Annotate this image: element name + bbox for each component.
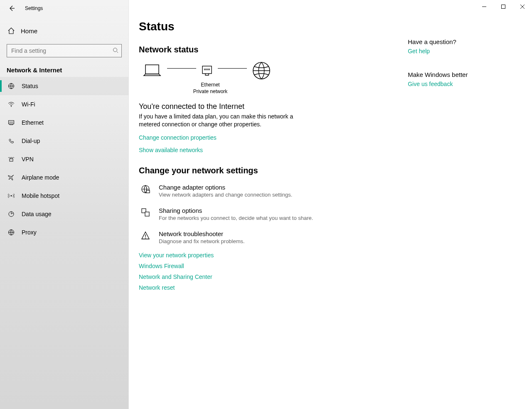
ethernet-icon <box>7 119 15 126</box>
search-container <box>0 44 128 57</box>
sidebar-item-airplane[interactable]: Airplane mode <box>0 168 128 187</box>
status-icon <box>7 82 15 90</box>
option-title: Sharing options <box>159 207 313 214</box>
link-network-sharing-center[interactable]: Network and Sharing Center <box>139 273 391 280</box>
option-title: Network troubleshooter <box>159 230 245 237</box>
sidebar-item-label: Ethernet <box>22 119 44 126</box>
search-input[interactable] <box>7 44 122 57</box>
close-button[interactable] <box>513 0 532 13</box>
link-change-connection-properties[interactable]: Change connection properties <box>139 134 391 141</box>
sidebar-nav: Status Wi-Fi Ethernet Dial-up VPN Airpla… <box>0 77 128 241</box>
airplane-icon <box>7 174 15 181</box>
option-desc: Diagnose and fix network problems. <box>159 238 245 244</box>
adapter-icon <box>139 184 152 198</box>
window-controls <box>475 0 532 13</box>
proxy-icon <box>7 229 15 236</box>
laptop-icon <box>142 63 162 78</box>
svg-point-16 <box>145 238 146 239</box>
svg-rect-4 <box>10 159 13 161</box>
change-settings-heading: Change your network settings <box>139 166 391 175</box>
diagram-label-1: Ethernet <box>190 82 231 89</box>
wifi-icon <box>7 101 15 108</box>
option-desc: For the networks you connect to, decide … <box>159 215 313 221</box>
connected-title: You're connected to the Internet <box>139 102 391 111</box>
svg-rect-9 <box>145 65 159 74</box>
sidebar-item-wifi[interactable]: Wi-Fi <box>0 95 128 113</box>
option-troubleshooter[interactable]: Network troubleshooter Diagnose and fix … <box>139 230 391 244</box>
svg-rect-15 <box>145 212 149 216</box>
network-diagram <box>142 61 391 80</box>
sidebar-item-label: Status <box>22 83 38 89</box>
network-status-heading: Network status <box>139 45 391 54</box>
app-title: Settings <box>25 5 43 11</box>
sidebar-item-status[interactable]: Status <box>0 77 128 95</box>
sharing-icon <box>139 207 152 221</box>
link-view-properties[interactable]: View your network properties <box>139 252 391 259</box>
ethernet-port-icon <box>201 65 213 76</box>
option-desc: View network adapters and change connect… <box>159 192 292 198</box>
sidebar-item-label: VPN <box>22 156 34 163</box>
link-windows-firewall[interactable]: Windows Firewall <box>139 263 391 269</box>
svg-point-2 <box>11 106 12 107</box>
hotspot-icon <box>7 192 15 200</box>
link-get-help[interactable]: Get help <box>408 48 515 54</box>
search-icon <box>113 47 118 53</box>
sidebar-item-hotspot[interactable]: Mobile hotspot <box>0 187 128 205</box>
diagram-line <box>218 68 247 69</box>
home-icon <box>7 27 15 34</box>
svg-rect-8 <box>502 5 505 9</box>
sidebar-home-label: Home <box>21 27 37 34</box>
sidebar-item-proxy[interactable]: Proxy <box>0 223 128 241</box>
warning-icon <box>139 230 152 244</box>
connected-desc: If you have a limited data plan, you can… <box>139 113 305 128</box>
help-heading: Have a question? <box>408 38 515 45</box>
option-adapter[interactable]: Change adapter options View network adap… <box>139 184 391 198</box>
sidebar-item-datausage[interactable]: Data usage <box>0 205 128 223</box>
minimize-button[interactable] <box>475 0 494 13</box>
option-title: Change adapter options <box>159 184 292 191</box>
sidebar-item-label: Proxy <box>22 229 37 236</box>
back-button[interactable] <box>5 2 18 15</box>
sidebar-item-dialup[interactable]: Dial-up <box>0 132 128 150</box>
feedback-heading: Make Windows better <box>408 71 515 78</box>
dialup-icon <box>7 137 15 145</box>
globe-icon <box>252 61 271 80</box>
minimize-icon <box>482 5 486 9</box>
back-arrow-icon <box>8 5 15 12</box>
link-give-feedback[interactable]: Give us feedback <box>408 81 515 87</box>
option-sharing[interactable]: Sharing options For the networks you con… <box>139 207 391 221</box>
link-show-available-networks[interactable]: Show available networks <box>139 147 391 153</box>
maximize-icon <box>501 5 505 9</box>
sidebar-item-label: Data usage <box>22 211 52 217</box>
svg-point-0 <box>113 48 117 52</box>
datausage-icon <box>7 210 15 218</box>
svg-rect-13 <box>146 190 150 193</box>
vpn-icon <box>7 155 15 163</box>
main: Status Network status <box>129 0 532 409</box>
titlebar: Settings <box>0 0 128 17</box>
diagram-line <box>167 68 196 69</box>
diagram-label-2: Private network <box>190 89 231 95</box>
sidebar-item-label: Mobile hotspot <box>22 192 59 199</box>
sidebar-section-title: Network & Internet <box>0 57 128 77</box>
sidebar-item-vpn[interactable]: VPN <box>0 150 128 168</box>
sidebar-item-label: Airplane mode <box>22 174 59 181</box>
svg-point-5 <box>11 195 12 197</box>
sidebar-item-ethernet[interactable]: Ethernet <box>0 113 128 132</box>
sidebar-item-label: Wi-Fi <box>22 101 35 108</box>
maximize-button[interactable] <box>494 0 513 13</box>
link-network-reset[interactable]: Network reset <box>139 284 391 291</box>
close-icon <box>520 5 525 9</box>
page-title: Status <box>139 20 391 33</box>
sidebar-home[interactable]: Home <box>0 22 128 40</box>
sidebar-item-label: Dial-up <box>22 138 40 144</box>
sidebar: Settings Home Network & Internet Status … <box>0 0 129 409</box>
